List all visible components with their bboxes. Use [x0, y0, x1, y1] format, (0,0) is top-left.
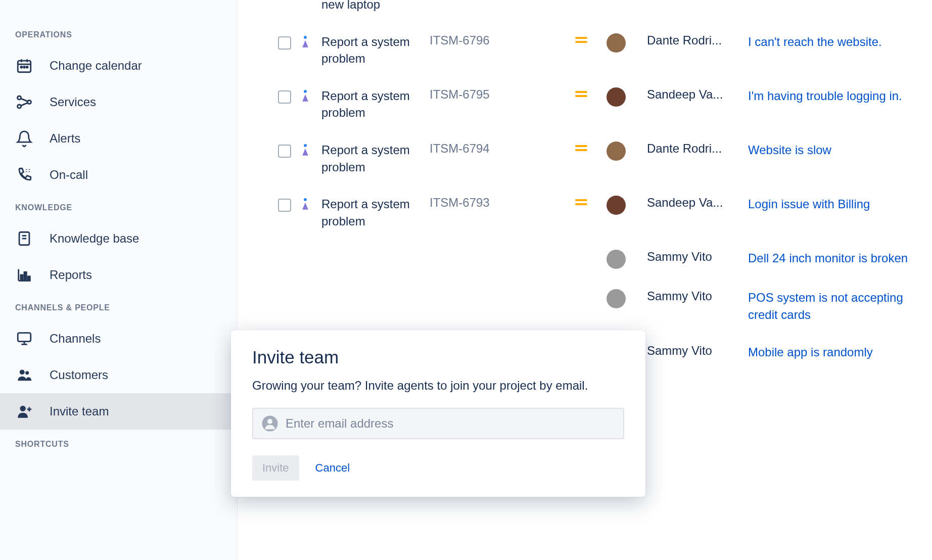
- person-icon: [261, 415, 278, 432]
- assignee-name: Sammy Vito: [647, 289, 748, 303]
- issue-key[interactable]: ITSM-6794: [430, 142, 556, 156]
- incident-icon: [298, 143, 312, 157]
- issue-summary-link[interactable]: POS system is not accepting credit cards: [748, 291, 903, 321]
- modal-description: Growing your team? Invite agents to join…: [252, 377, 624, 395]
- assignee-name: Dante Rodri...: [647, 33, 748, 48]
- table-row[interactable]: Report a system problem ITSM-6793 Sandee…: [238, 185, 932, 240]
- sidebar-item-label: Knowledge base: [50, 231, 139, 246]
- svg-line-10: [21, 99, 28, 102]
- email-input[interactable]: [286, 416, 615, 431]
- svg-rect-34: [575, 91, 587, 93]
- sidebar-item-label: Alerts: [50, 131, 80, 146]
- svg-rect-37: [575, 145, 587, 147]
- calendar-icon: [15, 57, 33, 75]
- issue-summary-link[interactable]: Mobile app is randomly: [748, 345, 873, 359]
- sidebar-item-change-calendar[interactable]: Change calendar: [0, 48, 237, 84]
- services-icon: [15, 93, 33, 111]
- svg-point-6: [26, 66, 28, 68]
- row-checkbox[interactable]: [278, 145, 291, 158]
- cancel-button[interactable]: Cancel: [305, 455, 360, 481]
- row-checkbox[interactable]: [278, 36, 291, 50]
- svg-point-43: [267, 419, 272, 424]
- sidebar-item-invite-team[interactable]: Invite team: [0, 393, 237, 430]
- sidebar-item-label: On-call: [50, 168, 88, 182]
- issue-key[interactable]: ITSM-6793: [430, 196, 556, 210]
- sidebar-item-reports[interactable]: Reports: [0, 257, 237, 293]
- row-checkbox[interactable]: [278, 90, 291, 104]
- svg-point-25: [20, 369, 25, 375]
- modal-title: Invite team: [252, 347, 624, 367]
- issue-key[interactable]: ITSM-6795: [430, 87, 556, 102]
- issue-summary-link[interactable]: Login issue with Billing: [748, 197, 870, 211]
- svg-rect-32: [575, 41, 587, 43]
- request-type: Report a system problem: [321, 196, 430, 229]
- section-header-shortcuts: SHORTCUTS: [0, 430, 237, 457]
- phone-icon: [15, 166, 33, 184]
- issue-key[interactable]: ITSM-6796: [430, 33, 556, 48]
- sidebar-item-label: Reports: [50, 268, 92, 282]
- svg-point-5: [24, 66, 25, 68]
- sidebar-item-knowledge-base[interactable]: Knowledge base: [0, 220, 237, 257]
- table-row[interactable]: new laptop: [238, 0, 932, 23]
- avatar: [607, 196, 626, 215]
- incident-icon: [298, 34, 312, 49]
- modal-actions: Invite Cancel: [252, 455, 624, 481]
- sidebar-item-label: Customers: [50, 368, 108, 382]
- table-row[interactable]: Sammy Vito POS system is not accepting c…: [238, 279, 932, 333]
- issue-summary-link[interactable]: Website is slow: [748, 143, 831, 157]
- avatar: [607, 250, 626, 269]
- issue-summary-link[interactable]: I can't reach the website.: [748, 35, 882, 49]
- person-add-icon: [15, 402, 33, 421]
- priority-medium-icon: [575, 198, 587, 207]
- section-header-channels-people: CHANNELS & PEOPLE: [0, 293, 237, 320]
- table-row[interactable]: Report a system problem ITSM-6795 Sandee…: [238, 77, 932, 131]
- email-field-wrapper[interactable]: [252, 408, 624, 439]
- sidebar-item-customers[interactable]: Customers: [0, 357, 237, 393]
- people-icon: [15, 366, 33, 384]
- incident-icon: [298, 88, 312, 103]
- avatar: [607, 33, 626, 53]
- svg-point-30: [304, 36, 307, 39]
- request-type: new laptop: [321, 0, 380, 13]
- bell-icon: [15, 129, 33, 148]
- sidebar-item-on-call[interactable]: On-call: [0, 157, 237, 193]
- issue-summary-link[interactable]: I'm having trouble logging in.: [748, 89, 902, 103]
- assignee-name: Sandeep Va...: [647, 196, 748, 210]
- row-checkbox[interactable]: [278, 199, 291, 212]
- section-header-knowledge: KNOWLEDGE: [0, 193, 237, 220]
- assignee-name: Sammy Vito: [647, 250, 748, 264]
- invite-team-modal: Invite team Growing your team? Invite ag…: [231, 330, 645, 497]
- sidebar: OPERATIONS Change calendar Services Aler…: [0, 0, 238, 560]
- svg-rect-35: [575, 95, 587, 97]
- priority-medium-icon: [575, 35, 587, 44]
- table-row[interactable]: Report a system problem ITSM-6794 Dante …: [238, 131, 932, 185]
- svg-point-26: [25, 371, 29, 375]
- section-header-operations: OPERATIONS: [0, 20, 237, 48]
- avatar: [607, 87, 626, 107]
- table-row[interactable]: Sammy Vito Dell 24 inch monitor is broke…: [238, 240, 932, 279]
- assignee-name: Sandeep Va...: [647, 87, 748, 102]
- svg-rect-19: [21, 275, 23, 281]
- issue-summary-link[interactable]: Dell 24 inch monitor is broken: [748, 251, 908, 265]
- request-type: Report a system problem: [321, 87, 430, 121]
- invite-button[interactable]: Invite: [252, 455, 299, 481]
- svg-rect-40: [575, 199, 587, 201]
- request-type: Report a system problem: [321, 142, 430, 175]
- svg-point-33: [304, 90, 307, 93]
- sidebar-item-channels[interactable]: Channels: [0, 320, 237, 357]
- sidebar-item-services[interactable]: Services: [0, 84, 237, 120]
- avatar: [607, 289, 626, 308]
- svg-line-11: [21, 103, 28, 106]
- assignee-name: Dante Rodri...: [647, 142, 748, 156]
- sidebar-item-alerts[interactable]: Alerts: [0, 120, 237, 157]
- priority-medium-icon: [575, 89, 587, 99]
- request-type: Report a system problem: [321, 33, 430, 67]
- svg-rect-31: [575, 37, 587, 39]
- table-row[interactable]: Report a system problem ITSM-6796 Dante …: [238, 23, 932, 77]
- bar-chart-icon: [15, 266, 33, 284]
- svg-rect-22: [18, 333, 31, 342]
- incident-icon: [298, 197, 312, 211]
- svg-rect-21: [28, 276, 30, 281]
- svg-rect-41: [575, 203, 587, 205]
- sidebar-item-label: Channels: [50, 332, 101, 346]
